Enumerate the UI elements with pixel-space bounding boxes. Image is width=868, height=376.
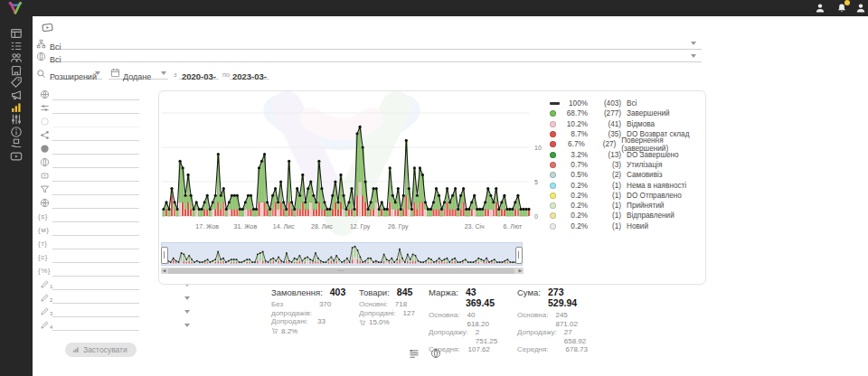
filter-field-custom-field-3[interactable]	[52, 306, 139, 317]
user-icon[interactable]	[815, 3, 826, 14]
filter-field-share-filter[interactable]	[52, 130, 139, 141]
filter-field-currency[interactable]	[52, 89, 139, 100]
account-avatar-icon[interactable]	[855, 3, 866, 14]
sidebar-item-clients[interactable]	[10, 52, 23, 64]
legend-percent: 100%	[562, 99, 588, 108]
chart-navigator[interactable]	[161, 242, 523, 266]
legend-swatch-icon	[550, 183, 562, 189]
filter-field-disabled-filter[interactable]	[52, 117, 139, 127]
stat-subvalue: 678.73	[566, 345, 588, 354]
legend-item[interactable]: 0.2%(1)DO Отправлено	[550, 191, 705, 201]
filter-field-custom-field-1[interactable]	[52, 279, 139, 290]
legend-swatch-icon	[550, 202, 562, 209]
legend-count: (2)	[591, 171, 621, 179]
legend-item[interactable]: 10.2%(41)Відмова	[550, 119, 705, 129]
svg-text:17. Жов: 17. Жов	[195, 223, 219, 230]
scroll-left-arrow-icon[interactable]: ◀	[161, 268, 167, 274]
search-mode-select[interactable]: Розширений	[50, 67, 102, 80]
search-icon[interactable]	[36, 69, 46, 79]
stat-subvalue: 33	[317, 317, 326, 326]
globe-icon	[40, 198, 50, 208]
navigator-right-handle[interactable]	[515, 247, 523, 264]
stat-title: Замовлення:	[271, 287, 323, 297]
legend-item[interactable]: 0.7%(3)Утилізація	[550, 160, 705, 170]
sidebar-item-orders[interactable]	[10, 40, 23, 52]
filter-field-sliders-filter[interactable]	[52, 103, 139, 114]
filter-field-var-m[interactable]	[52, 225, 139, 236]
legend-item[interactable]: 0.2%(1)Нема в наявності	[550, 180, 705, 190]
help-video-button[interactable]	[39, 21, 55, 34]
filter-field-var-c[interactable]	[52, 252, 139, 263]
apply-filters-button[interactable]: Застосувати	[65, 343, 137, 357]
filter-field-funnel-filter[interactable]	[52, 184, 139, 195]
sidebar-item-store[interactable]	[10, 64, 23, 77]
chevron-down-icon	[184, 296, 190, 300]
upsell-share: 8.2%	[271, 327, 326, 335]
stat-sublabel: Основні:	[359, 300, 388, 309]
filter-field-custom-field-2[interactable]	[52, 293, 139, 304]
sidebar-item-dashboard[interactable]	[10, 27, 23, 40]
legend-swatch-icon	[550, 193, 562, 199]
notifications-bell-icon[interactable]	[836, 3, 847, 14]
product-filter-select[interactable]: Всі	[50, 50, 702, 62]
legend-swatch-icon	[550, 110, 562, 117]
stat-subvalue: 107.62	[468, 345, 490, 354]
product-filter-value: Всі	[50, 55, 61, 64]
chart-icon	[72, 346, 80, 353]
filter-field-globe-filter[interactable]	[52, 198, 139, 209]
filter-field-var-percent[interactable]	[52, 266, 139, 277]
sidebar-item-marketing[interactable]	[10, 89, 23, 101]
stat-subrow: Основна:245 871.02	[517, 311, 588, 328]
pencil-icon	[40, 306, 50, 316]
date-from-input[interactable]: 2020-03-20	[179, 67, 219, 80]
sidebar-item-price-tag[interactable]	[10, 76, 23, 89]
date-field-value: Додане	[123, 72, 151, 81]
svg-text:31. Жов: 31. Жов	[234, 223, 258, 230]
legend-swatch-icon	[550, 172, 562, 178]
orders-daily-chart: 051017. Жов31. Жов14. Лис28. Лис12. Гру2…	[160, 93, 547, 240]
filter-field-package-filter[interactable]	[52, 157, 139, 168]
sidebar-item-video-tutorials[interactable]	[10, 150, 23, 163]
legend-item[interactable]: 6.7%(27)Повернення (завершений)	[550, 139, 705, 149]
details-list-icon[interactable]	[409, 348, 420, 359]
stat-title: Сума:	[517, 287, 541, 297]
legend-item[interactable]: 0.2%(1)Прийнятий	[550, 201, 705, 211]
legend-label: Відмова	[627, 120, 655, 128]
legend-item[interactable]: 0.5%(2)Самовивіз	[550, 170, 705, 180]
filter-field-custom-field-4[interactable]	[52, 320, 139, 331]
legend-percent: 0.2%	[562, 182, 588, 190]
legend-count: (13)	[591, 151, 621, 159]
date-to-input[interactable]: 2023-03-21	[230, 67, 269, 80]
sidebar-item-analytics[interactable]	[10, 101, 23, 114]
sidebar-item-delivery[interactable]	[10, 137, 23, 150]
legend-label: Утилізація	[627, 161, 662, 169]
legend-swatch-icon	[550, 162, 562, 168]
package-icon	[40, 157, 50, 167]
navigator-left-handle[interactable]	[161, 247, 168, 264]
stat-sublabel: Основна:	[429, 311, 459, 328]
filter-field-var-s[interactable]	[52, 212, 139, 222]
date-field-select[interactable]: Додане	[108, 67, 168, 80]
sidebar-item-info[interactable]	[10, 126, 23, 138]
product-sphere-icon	[36, 52, 46, 61]
legend-item[interactable]: 0.2%(1)Новий	[550, 221, 705, 231]
chart-scrollbar[interactable]: ◀ ▶ •••	[161, 268, 524, 274]
legend-item[interactable]: 100%(403)Всі	[550, 99, 705, 108]
scrollbar-thumb[interactable]: •••	[168, 268, 514, 274]
filter-field-coin-filter[interactable]	[52, 144, 139, 155]
brand-logo-icon[interactable]	[8, 1, 23, 15]
funnel-icon	[40, 184, 50, 194]
legend-label: Нема в наявності	[627, 182, 686, 190]
filter-field-screen-filter[interactable]	[52, 171, 139, 182]
legend-swatch-icon	[550, 223, 562, 230]
legend-item[interactable]: 0.2%(1)Відправлений	[550, 211, 705, 221]
legend-count: (1)	[591, 182, 621, 190]
legend-label: Всі	[627, 99, 637, 108]
scroll-right-arrow-icon[interactable]: ▶	[517, 268, 524, 274]
legend-count: (403)	[591, 99, 621, 108]
status-filter-select[interactable]: Всі	[50, 37, 702, 50]
filter-field-var-t[interactable]	[52, 239, 139, 249]
products-sphere-icon[interactable]	[430, 348, 441, 359]
legend-item[interactable]: 68.7%(277)Завершений	[550, 108, 705, 118]
sidebar-item-settings[interactable]	[10, 113, 23, 126]
